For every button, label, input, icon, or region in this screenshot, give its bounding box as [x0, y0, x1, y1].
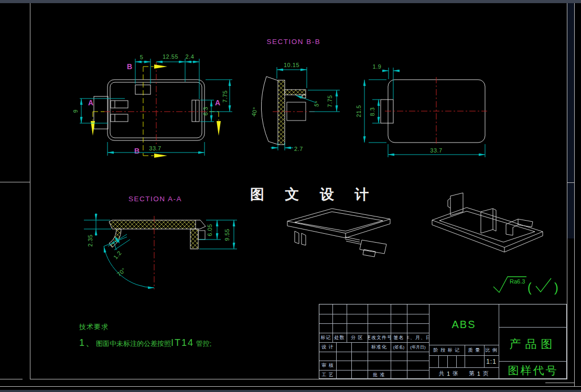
paren-open: ( — [528, 281, 532, 295]
tb-row-review: 审 核 — [319, 361, 336, 370]
tb-row-design: 设 计 — [319, 342, 336, 352]
tb-line — [447, 355, 448, 367]
title-block: 标记 处数 分 区 更改文件号 签名 年、月、日 设 计 标准化 (签名) (年… — [319, 304, 567, 379]
section-aa-title: SECTION A-A — [128, 195, 182, 203]
dim-tab-width: 5 — [140, 54, 144, 60]
tb-line — [456, 355, 457, 367]
section-label-b-bottom: B — [134, 147, 139, 155]
tb-row-approve: 批 准 — [368, 370, 391, 379]
tb-sheet-unit: 张 — [453, 370, 459, 377]
tb-material: ABS — [429, 304, 499, 345]
tb-row-standardization: 标准化 — [368, 342, 391, 352]
isometric-view-top — [432, 193, 543, 252]
tech-req-text-before: 图面中未标注的公差按照 — [96, 340, 171, 347]
back-centerlines — [385, 77, 487, 145]
tb-col-count: 处数 — [332, 333, 347, 342]
aa-step — [198, 231, 205, 239]
paren-close: ) — [554, 281, 558, 295]
tb-col-mark: 标记 — [319, 333, 332, 342]
roughness-value: Ra6.3 — [510, 278, 525, 285]
tb-sheet-info: 共 1 张 第 1 页 — [429, 367, 499, 379]
plan-view: B B A A 5 12.55 2.4 — [72, 53, 232, 158]
section-label-a-left: A — [88, 99, 93, 107]
dim-left-height: 9 — [72, 110, 79, 113]
dim-right-height: 7.75 — [222, 90, 228, 102]
dim-back-tab-offset: 1.9 — [373, 63, 382, 70]
back-dimension-lines — [364, 71, 485, 155]
tech-req-title: 技术要求 — [79, 322, 211, 332]
section-label-a-right: A — [215, 99, 220, 107]
section-bb-title: SECTION B-B — [267, 38, 321, 46]
tb-line — [319, 323, 429, 324]
tb-line — [319, 314, 429, 314]
tb-sheet-total-label: 共 — [439, 370, 445, 377]
tech-req-item: 1、图面中未标注的公差按照IT14 管控; — [79, 336, 211, 349]
dim-aa-clip: 1.2 — [112, 249, 123, 260]
tb-col-zone: 分 区 — [347, 333, 368, 342]
tb-stage-label: 阶 段 标 记 — [429, 345, 465, 355]
back-extension-lines — [369, 68, 485, 157]
dim-back-width: 33.7 — [430, 147, 442, 154]
dim-bb-top-width: 10.15 — [284, 62, 299, 68]
plan-outline — [94, 80, 205, 140]
tb-sheet-total: 1 — [447, 371, 450, 377]
dim-back-height: 21.5 — [356, 105, 362, 117]
tb-scale-label: 比 例 — [484, 345, 499, 355]
tb-page-unit: 页 — [483, 370, 489, 377]
tb-scale-value: 1:1 — [484, 355, 499, 367]
tb-line — [319, 352, 429, 352]
tb-weight-label: 质 量 — [465, 345, 484, 355]
bb-outline — [261, 77, 306, 145]
aa-outline — [109, 220, 206, 249]
tb-product-name: 产品图 — [499, 327, 567, 361]
tech-req-standard: IT14 — [171, 337, 194, 348]
tb-row-process: 工 艺 — [319, 370, 336, 379]
dim-right-offset: 2.4 — [186, 53, 195, 60]
isometric-view-bottom — [287, 209, 390, 257]
tech-req-number: 1、 — [79, 337, 96, 348]
plan-centerlines — [104, 62, 209, 144]
tb-date-hint: (年月日) — [407, 342, 429, 352]
back-view: 1.9 21.5 8.3 33.7 — [356, 63, 487, 157]
bb-extension-lines — [277, 67, 340, 150]
tb-col-signature: 签名 — [391, 333, 407, 342]
dim-aa-plate: 2.35 — [87, 234, 93, 246]
cad-viewport[interactable]: B B A A 5 12.55 2.4 — [0, 0, 581, 392]
dim-aa-step: 6.05 — [207, 224, 213, 236]
tb-page-label: 第 — [469, 370, 476, 377]
dim-back-tab-height: 8.3 — [369, 107, 375, 116]
section-label-b-top: B — [127, 62, 132, 71]
section-bb-view: SECTION B-B — [250, 38, 340, 152]
dim-aa-angle: 70° — [116, 266, 127, 277]
technical-requirements: 技术要求 1、图面中未标注的公差按照IT14 管控; — [79, 322, 211, 349]
tech-req-text-after: 管控; — [196, 340, 212, 347]
dim-bb-wall: 2.7 — [294, 146, 303, 152]
watermark-text: 图 文 设 计 — [250, 185, 378, 204]
dim-bb-arc-angle: 40° — [250, 106, 259, 117]
dim-aa-total: 9.55 — [224, 228, 230, 241]
tb-drawing-code: 图样代号 — [499, 361, 567, 379]
tb-page-number: 1 — [477, 371, 481, 377]
tb-col-doc-number: 更改文件号 — [368, 333, 391, 342]
surface-finish-symbol: Ra6.3 ( ) — [493, 277, 558, 295]
section-aa-view: SECTION A-A — [84, 195, 237, 289]
tb-sign-hint: (签名) — [391, 342, 407, 352]
dim-overall-width: 33.7 — [149, 145, 161, 151]
checkmark-icon — [536, 278, 551, 292]
dim-slot-height: 6.3 — [202, 107, 209, 116]
dim-bb-height: 7.75 — [327, 95, 333, 107]
dim-bb-draft-angle: 5° — [313, 100, 321, 107]
dim-center-offset: 12.55 — [163, 53, 178, 60]
tb-line — [438, 355, 439, 367]
tb-col-date: 年、月、日 — [407, 333, 429, 342]
